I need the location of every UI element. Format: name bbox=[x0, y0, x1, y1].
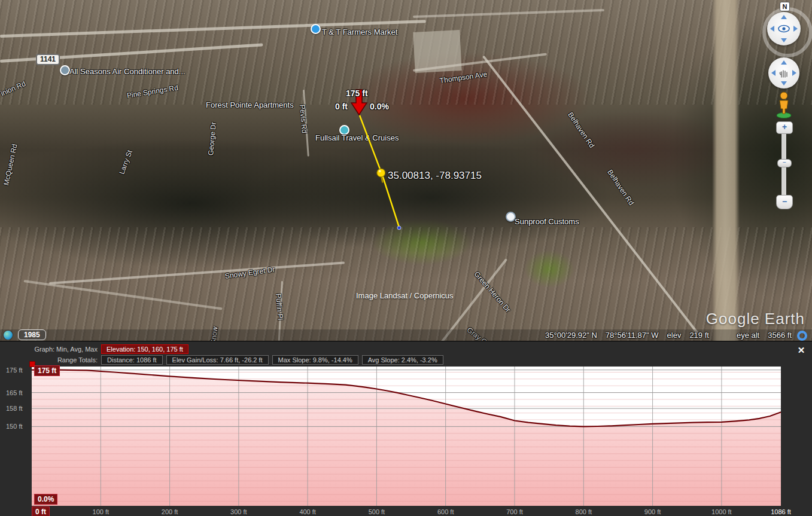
move-left-icon[interactable] bbox=[771, 70, 775, 76]
x-tick-label: 600 ft bbox=[437, 508, 454, 515]
zoom-in-button[interactable]: + bbox=[776, 121, 793, 134]
cursor-slope-tag: 0.0% bbox=[34, 494, 57, 505]
x-tick-label: 200 ft bbox=[162, 508, 178, 515]
yellow-pushpin[interactable] bbox=[376, 168, 386, 183]
x-tick-label: 1086 ft bbox=[771, 508, 791, 515]
elevation-profile-panel[interactable]: Graph: Min, Avg, Max Elevation: 150, 160… bbox=[0, 341, 812, 516]
placemark-coordinates-label: 35.00813, -78.93715 bbox=[388, 170, 482, 182]
x-tick-label: 500 ft bbox=[369, 508, 385, 515]
x-tick-label: 1000 ft bbox=[711, 508, 732, 515]
road-label: Puffin Pl bbox=[274, 293, 285, 320]
google-earth-watermark: Google Earth bbox=[706, 310, 805, 328]
status-bar: 1985 35°00'29.92" N 78°56'11.87" W elev … bbox=[0, 329, 812, 341]
route-shield-1141: 1141 bbox=[36, 54, 60, 65]
x-tick-label: 700 ft bbox=[506, 508, 523, 515]
status-latitude: 35°00'29.92" N bbox=[545, 331, 597, 340]
fullsail-travel-label[interactable]: Fullsail Travel & Cruises bbox=[315, 133, 399, 142]
road-label: Snowy Egret Dr bbox=[224, 265, 275, 280]
x-tick-label: 900 ft bbox=[644, 508, 661, 515]
y-tick-label: 158 ft bbox=[6, 405, 30, 412]
status-readout: 35°00'29.92" N 78°56'11.87" W elev 219 f… bbox=[545, 331, 792, 340]
look-left-icon[interactable] bbox=[770, 26, 774, 32]
x-tick-label: 400 ft bbox=[299, 508, 316, 515]
zoom-slider-handle[interactable]: − bbox=[777, 159, 792, 167]
road-label: Belhaven Rd bbox=[566, 111, 596, 149]
road-snowy-egret bbox=[49, 261, 345, 285]
status-globe-icon bbox=[4, 331, 13, 340]
elevation-chart[interactable] bbox=[0, 341, 812, 516]
x-tick-label: 100 ft bbox=[93, 508, 110, 515]
forest-pointe-label[interactable]: Forest Pointe Apartments bbox=[206, 100, 294, 109]
cursor-elevation-tag: 175 ft bbox=[34, 365, 60, 376]
cursor-elevation-label: 175 ft bbox=[346, 88, 368, 98]
y-tick-label: 175 ft bbox=[6, 367, 30, 374]
zoom-out-button[interactable]: − bbox=[776, 195, 793, 209]
compass-north-indicator[interactable]: N bbox=[780, 2, 790, 11]
cursor-distance-label: 0 ft bbox=[335, 102, 348, 111]
farmers-market-label[interactable]: T & T Farmers Market bbox=[322, 28, 397, 36]
farmers-market-poi-icon[interactable] bbox=[311, 24, 321, 34]
road-label: Pine Springs Rd bbox=[126, 84, 179, 100]
status-elev-value: 219 ft bbox=[689, 331, 709, 340]
x-tick-label: 300 ft bbox=[230, 508, 247, 515]
road-label: George Dr bbox=[206, 122, 218, 156]
all-seasons-label[interactable]: All Seasons Air Conditioner and... bbox=[69, 67, 185, 76]
y-tick-label: 165 ft bbox=[6, 389, 30, 396]
road-label: Thompson Ave bbox=[439, 70, 488, 85]
all-seasons-poi-icon[interactable] bbox=[60, 65, 70, 75]
look-up-icon[interactable] bbox=[781, 15, 787, 19]
imagery-attribution: Image Landsat / Copernicus bbox=[356, 291, 454, 300]
move-right-icon[interactable] bbox=[792, 70, 796, 76]
look-down-icon[interactable] bbox=[781, 38, 787, 42]
look-joystick[interactable] bbox=[767, 12, 801, 45]
imagery-date-badge[interactable]: 1985 bbox=[18, 329, 46, 340]
status-eyealt-value: 3566 ft bbox=[768, 331, 792, 340]
move-up-icon[interactable] bbox=[781, 60, 787, 65]
x-tick-label: 800 ft bbox=[576, 508, 592, 515]
road-label: Pevis Rd bbox=[298, 104, 309, 133]
eye-icon bbox=[778, 25, 790, 33]
streaming-indicator-icon bbox=[797, 331, 807, 341]
road-label: McQueen Rd bbox=[2, 143, 19, 186]
move-joystick[interactable] bbox=[768, 57, 799, 88]
map-view[interactable]: 1141 inion RdPine Springs RdMcQueen RdLa… bbox=[0, 0, 812, 341]
move-down-icon[interactable] bbox=[781, 81, 787, 86]
railroad-corridor bbox=[712, 0, 740, 341]
road-label: Larry St bbox=[117, 149, 134, 175]
hand-icon bbox=[778, 68, 789, 78]
look-right-icon[interactable] bbox=[793, 26, 798, 32]
road-belhaven bbox=[482, 56, 698, 334]
road bbox=[23, 280, 222, 310]
status-elev-label: elev bbox=[667, 331, 682, 340]
cursor-slope-label: 0.0% bbox=[370, 102, 389, 111]
measure-endpoint-dot bbox=[397, 226, 401, 230]
street-view-pegman[interactable] bbox=[775, 91, 793, 118]
y-tick-label: 150 ft bbox=[6, 423, 30, 430]
road bbox=[413, 9, 604, 18]
road-label: inion Rd bbox=[0, 80, 27, 98]
status-longitude: 78°56'11.87" W bbox=[606, 331, 659, 340]
cursor-distance-tag: 0 ft bbox=[32, 506, 50, 516]
status-eyealt-label: eye alt bbox=[737, 331, 759, 340]
sunproof-customs-label[interactable]: Sunproof Customs bbox=[515, 217, 579, 226]
road-label: Belhaven Rd bbox=[606, 168, 635, 207]
